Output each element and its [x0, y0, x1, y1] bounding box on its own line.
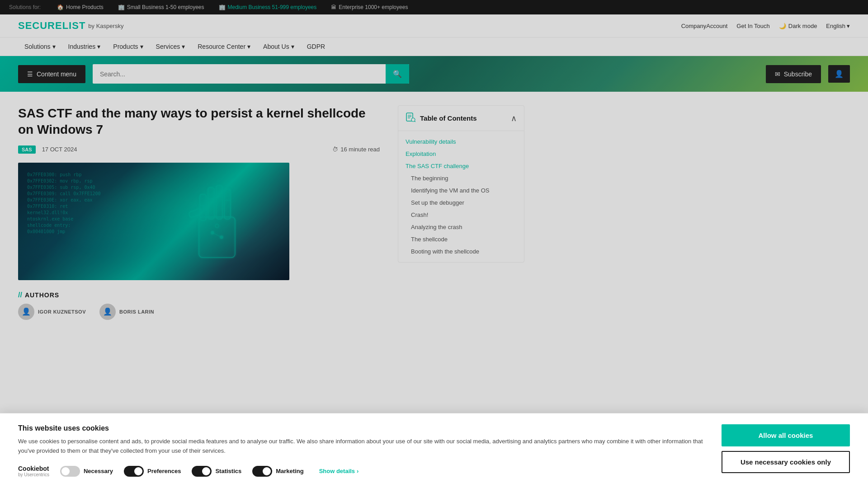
toc-collapse-button[interactable]: ∧ [511, 113, 517, 123]
svg-rect-4 [224, 189, 231, 219]
building-icon-medium: 🏢 [219, 4, 226, 10]
search-button[interactable]: 🔍 [386, 64, 409, 84]
article-hero-image: 0x7FFE0300: push rbp 0x7FFE0302: mov rbp… [18, 163, 289, 280]
logo-area: SECURELIST by Kaspersky [18, 20, 123, 32]
article-tag[interactable]: SAS [18, 145, 36, 154]
toc-title-area: Table of Contents [406, 112, 477, 124]
toc-item-booting[interactable]: Booting with the shellcode [398, 245, 524, 258]
chevron-down-icon: ▾ [847, 23, 850, 29]
nav-products[interactable]: Products ▾ [107, 38, 149, 56]
content-menu-button[interactable]: ☰ Content menu [18, 65, 85, 83]
toc-item-analyzing[interactable]: Analyzing the crash [398, 221, 524, 233]
nav-gdpr[interactable]: GDPR [301, 38, 331, 56]
toc-box: Table of Contents ∧ Vulnerability detail… [398, 105, 524, 263]
top-bar: Solutions for: 🏠 Home Products 🏢 Small B… [0, 0, 868, 14]
solutions-label: Solutions for: [9, 4, 41, 10]
user-icon: 👤 [835, 70, 844, 78]
svg-rect-0 [199, 217, 235, 258]
topbar-medium-business[interactable]: 🏢 Medium Business 51-999 employees [212, 0, 324, 14]
toc-icon-svg [406, 112, 415, 122]
author-name-boris: BORIS LARIN [119, 309, 154, 314]
toc-sidebar: Table of Contents ∧ Vulnerability detail… [398, 105, 524, 320]
article-title: SAS CTF and the many ways to persist a k… [18, 105, 380, 138]
toc-item-crash[interactable]: Crash! [398, 209, 524, 221]
search-wrapper: 🔍 [93, 64, 409, 84]
chevron-solutions-icon: ▾ [52, 43, 56, 50]
author-item[interactable]: 👤 BORIS LARIN [99, 304, 154, 320]
main-nav: Solutions ▾ Industries ▾ Products ▾ Serv… [0, 38, 868, 56]
topbar-home[interactable]: 🏠 Home Products [50, 0, 111, 14]
moon-icon: 🌙 [779, 23, 786, 29]
toc-item-identifying[interactable]: Identifying the VM and the OS [398, 184, 524, 197]
main-content: SAS CTF and the many ways to persist a k… [0, 92, 542, 333]
author-avatar-igor: 👤 [18, 304, 34, 320]
nav-industries[interactable]: Industries ▾ [62, 38, 107, 56]
site-header: SECURELIST by Kaspersky CompanyAccount G… [0, 14, 868, 38]
enterprise-icon: 🏛 [331, 4, 336, 10]
toc-item-sas-ctf[interactable]: The SAS CTF challenge [398, 160, 524, 172]
home-icon: 🏠 [57, 4, 64, 10]
clock-icon: ⏱ [332, 146, 338, 153]
author-item[interactable]: 👤 IGOR KUZNETSOV [18, 304, 86, 320]
author-name-igor: IGOR KUZNETSOV [38, 309, 86, 314]
svg-rect-2 [208, 188, 214, 219]
company-account-link[interactable]: CompanyAccount [681, 23, 728, 29]
authors-row: 👤 IGOR KUZNETSOV 👤 BORIS LARIN [18, 304, 380, 320]
nav-solutions[interactable]: Solutions ▾ [18, 38, 62, 56]
get-in-touch-link[interactable]: Get In Touch [736, 23, 769, 29]
toc-item-beginning[interactable]: The beginning [398, 172, 524, 184]
svg-point-18 [411, 118, 415, 122]
chevron-industries-icon: ▾ [97, 43, 100, 50]
chevron-products-icon: ▾ [140, 43, 143, 50]
search-bar-section: ☰ Content menu 🔍 ✉ Subscribe 👤 [0, 56, 868, 92]
language-selector[interactable]: English ▾ [826, 23, 850, 29]
search-icon: 🔍 [393, 70, 402, 78]
subscribe-button[interactable]: ✉ Subscribe [766, 65, 821, 83]
article-date: 17 OCT 2024 [42, 146, 77, 153]
authors-section: // AUTHORS 👤 IGOR KUZNETSOV 👤 BORIS LARI… [18, 291, 380, 320]
chevron-services-icon: ▾ [182, 43, 185, 50]
toc-item-shellcode[interactable]: The shellcode [398, 233, 524, 245]
chevron-about-icon: ▾ [291, 43, 294, 50]
user-account-button[interactable]: 👤 [828, 65, 850, 83]
nav-resource-center[interactable]: Resource Center ▾ [191, 38, 257, 56]
logo-securelist[interactable]: SECURELIST [18, 20, 85, 32]
toc-item-exploitation[interactable]: Exploitation [398, 148, 524, 160]
header-right: CompanyAccount Get In Touch 🌙 Dark mode … [681, 23, 850, 29]
dark-mode-toggle[interactable]: 🌙 Dark mode [779, 23, 817, 29]
topbar-enterprise[interactable]: 🏛 Enterprise 1000+ employees [324, 0, 415, 14]
logo-kaspersky: by Kaspersky [88, 23, 123, 29]
menu-icon: ☰ [27, 70, 33, 78]
toc-item-debugger[interactable]: Set up the debugger [398, 197, 524, 209]
svg-rect-1 [200, 194, 206, 221]
read-time: ⏱ 16 minute read [332, 146, 380, 153]
article-meta: SAS 17 OCT 2024 ⏱ 16 minute read [18, 145, 380, 154]
author-avatar-boris: 👤 [99, 304, 116, 320]
cyber-hand-svg [172, 172, 262, 271]
authors-label: // AUTHORS [18, 291, 380, 299]
toc-document-icon [406, 112, 415, 124]
toc-item-vulnerability[interactable]: Vulnerability details [398, 136, 524, 148]
article-area: SAS CTF and the many ways to persist a k… [18, 105, 380, 320]
authors-heading: AUTHORS [25, 291, 59, 299]
toc-title: Table of Contents [420, 114, 477, 122]
building-icon-small: 🏢 [118, 4, 125, 10]
chevron-resource-icon: ▾ [247, 43, 250, 50]
toc-header: Table of Contents ∧ [398, 106, 524, 131]
slash-decoration: // [18, 291, 22, 299]
nav-services[interactable]: Services ▾ [150, 38, 192, 56]
code-overlay: 0x7FFE0300: push rbp 0x7FFE0302: mov rbp… [27, 172, 101, 235]
topbar-small-business[interactable]: 🏢 Small Business 1-50 employees [111, 0, 212, 14]
nav-about-us[interactable]: About Us ▾ [257, 38, 301, 56]
svg-line-19 [415, 121, 415, 122]
svg-rect-3 [216, 185, 222, 219]
toc-list: Vulnerability details Exploitation The S… [398, 131, 524, 262]
envelope-icon: ✉ [775, 70, 780, 78]
search-input[interactable] [93, 65, 386, 83]
